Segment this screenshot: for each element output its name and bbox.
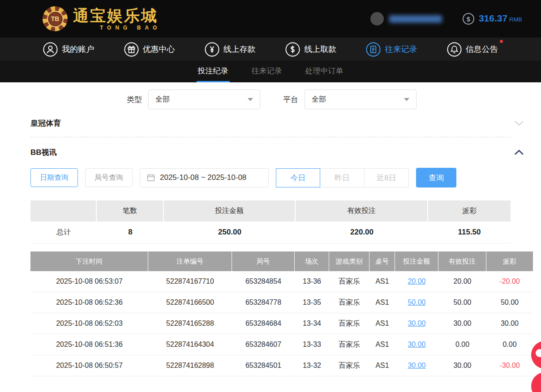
page: TB 通宝娱乐城 TONG BAO $ 316.37 RMB bbox=[0, 0, 541, 392]
nav-label: 线上存款 bbox=[223, 44, 256, 55]
nav-item-deposit[interactable]: 线上存款 bbox=[205, 42, 256, 57]
date-query-button[interactable]: 日期查询 bbox=[30, 168, 78, 187]
summary-total-label: 总计 bbox=[30, 222, 97, 243]
platform-label: 平台 bbox=[283, 94, 298, 105]
bet-amount-link[interactable]: 20.00 bbox=[395, 271, 438, 292]
table-no: AS1 bbox=[369, 292, 395, 313]
bet-id: 522874164304 bbox=[148, 334, 232, 355]
valid-bet: 30.00 bbox=[438, 313, 486, 334]
nav-item-withdraw[interactable]: 线上取款 bbox=[285, 42, 336, 57]
nav-item-announcements[interactable]: 信息公告 bbox=[447, 42, 498, 57]
tab-transaction-records[interactable]: 往来记录 bbox=[250, 61, 283, 82]
header-game-type: 游戏类别 bbox=[329, 251, 369, 271]
round-query-button[interactable]: 局号查询 bbox=[85, 168, 133, 187]
casino-chip-icon: TB bbox=[43, 6, 68, 31]
table-row: 2025-10-08 06:52:36 522874166500 6532847… bbox=[30, 292, 533, 313]
round-no: 653284684 bbox=[232, 313, 295, 334]
game-type: 百家乐 bbox=[329, 292, 369, 313]
chevron-up-icon[interactable] bbox=[514, 149, 524, 155]
bet-id: 522874166500 bbox=[148, 292, 232, 313]
header-right: $ 316.37 RMB bbox=[370, 12, 522, 26]
bet-amount-link[interactable]: 50.00 bbox=[395, 292, 438, 313]
site-subtitle: TONG BAO bbox=[73, 25, 161, 30]
round-no: 653284607 bbox=[232, 334, 295, 355]
game-type: 百家乐 bbox=[329, 313, 369, 334]
site-logo[interactable]: TB 通宝娱乐城 TONG BAO bbox=[43, 6, 161, 31]
section-bb-video[interactable]: BB视讯 bbox=[30, 139, 532, 165]
deposit-icon bbox=[205, 42, 219, 57]
header-valid-bet: 有效投注 bbox=[438, 251, 486, 271]
platform-select[interactable]: 全部 bbox=[305, 89, 416, 109]
payout: 0.00 bbox=[486, 334, 533, 355]
divider bbox=[30, 137, 511, 137]
table-header-row: 下注时间 注单编号 局号 场次 游戏类别 桌号 投注金额 有效投注 派彩 bbox=[30, 251, 533, 271]
header-bet-time: 下注时间 bbox=[30, 251, 148, 271]
header-bet-id: 注单编号 bbox=[148, 251, 232, 271]
today-button[interactable]: 今日 bbox=[276, 168, 320, 187]
type-select[interactable]: 全部 bbox=[148, 89, 260, 109]
bet-time: 2025-10-08 06:51:36 bbox=[30, 334, 148, 355]
table-row: 2025-10-08 06:50:57 522874162898 6532845… bbox=[30, 355, 533, 376]
chevron-down-icon[interactable] bbox=[514, 120, 524, 126]
calendar-icon bbox=[147, 174, 155, 182]
game-type: 百家乐 bbox=[329, 355, 369, 376]
nav-label: 我的账户 bbox=[62, 44, 94, 55]
site-title: 通宝娱乐城 bbox=[73, 8, 161, 23]
date-range-value: 2025-10-08 ~ 2025-10-08 bbox=[160, 173, 246, 182]
nav-item-promotions[interactable]: 优惠中心 bbox=[124, 42, 175, 57]
payout: -30.00 bbox=[486, 355, 533, 376]
logo-text: 通宝娱乐城 TONG BAO bbox=[73, 8, 161, 30]
bet-amount-link[interactable]: 30.00 bbox=[395, 313, 438, 334]
summary-header-bet-amount: 投注金额 bbox=[164, 200, 296, 222]
yesterday-button[interactable]: 昨日 bbox=[320, 168, 365, 187]
tab-betting-records[interactable]: 投注纪录 bbox=[197, 61, 230, 82]
summary-bet-amount: 250.00 bbox=[164, 222, 296, 243]
search-button[interactable]: 查询 bbox=[416, 168, 456, 187]
balance: $ 316.37 RMB bbox=[463, 13, 522, 25]
user-icon bbox=[43, 42, 58, 57]
bet-id: 522874162898 bbox=[148, 355, 232, 376]
section-crown-sports[interactable]: 皇冠体育 bbox=[30, 109, 532, 137]
session: 13-36 bbox=[295, 271, 329, 292]
summary-valid-bet: 220.00 bbox=[296, 222, 428, 243]
session: 13-32 bbox=[295, 355, 329, 376]
bet-time: 2025-10-08 06:52:03 bbox=[30, 313, 148, 334]
chip-label: TB bbox=[47, 11, 64, 27]
nav-item-my-account[interactable]: 我的账户 bbox=[43, 42, 94, 57]
header-payout: 派彩 bbox=[486, 251, 533, 271]
type-select-value: 全部 bbox=[155, 95, 170, 104]
bet-time: 2025-10-08 06:50:57 bbox=[30, 355, 148, 376]
dollar-icon: $ bbox=[463, 13, 474, 25]
main-nav: 我的账户 优惠中心 线上存款 bbox=[0, 38, 541, 61]
valid-bet: 30.00 bbox=[438, 355, 486, 376]
bet-amount-link[interactable]: 30.00 bbox=[395, 355, 438, 376]
valid-bet: 0.00 bbox=[438, 334, 486, 355]
summary-header-valid-bet: 有效投注 bbox=[296, 200, 428, 222]
table-no: AS1 bbox=[369, 355, 395, 376]
bet-amount-link[interactable]: 30.00 bbox=[395, 334, 438, 355]
platform-select-value: 全部 bbox=[312, 95, 326, 104]
bet-id: 522874165288 bbox=[148, 313, 232, 334]
type-label: 类型 bbox=[127, 94, 142, 105]
table-row: 2025-10-08 06:51:36 522874164304 6532846… bbox=[30, 334, 533, 355]
date-range-picker[interactable]: 2025-10-08 ~ 2025-10-08 bbox=[140, 168, 269, 187]
valid-bet: 20.00 bbox=[438, 271, 486, 292]
last-8-days-button[interactable]: 近8日 bbox=[365, 168, 409, 187]
nav-item-transaction-records[interactable]: 往来记录 bbox=[366, 42, 417, 57]
valid-bet: 50.00 bbox=[438, 292, 486, 313]
tab-processing-orders[interactable]: 处理中订单 bbox=[304, 61, 345, 82]
payout: 50.00 bbox=[486, 292, 533, 313]
bet-id: 522874167710 bbox=[148, 271, 232, 292]
round-no: 653284778 bbox=[232, 292, 295, 313]
avatar[interactable] bbox=[370, 12, 384, 26]
summary-header-empty bbox=[30, 200, 97, 222]
payout: -20.00 bbox=[486, 271, 533, 292]
session: 13-33 bbox=[295, 334, 329, 355]
bell-icon bbox=[447, 42, 462, 57]
query-bar: 日期查询 局号查询 2025-10-08 ~ 2025-10-08 今日 昨日 … bbox=[30, 168, 532, 187]
gift-icon bbox=[124, 42, 139, 57]
nav-label: 信息公告 bbox=[466, 44, 498, 55]
sub-tabs: 投注纪录 往来记录 处理中订单 bbox=[0, 61, 541, 82]
top-bar: TB 通宝娱乐城 TONG BAO $ 316.37 RMB bbox=[0, 0, 541, 38]
header-bet-amount: 投注金额 bbox=[395, 251, 438, 271]
